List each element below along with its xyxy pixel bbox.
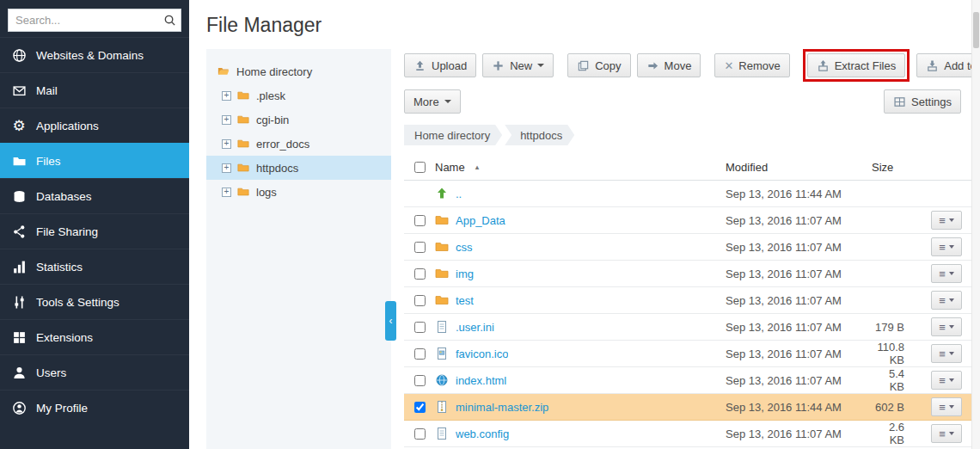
caret-down-icon <box>949 405 954 409</box>
sidebar-item-extensions[interactable]: Extensions <box>0 319 189 354</box>
table-row[interactable]: css Sep 13, 2016 11:07 AM ≡ <box>404 234 971 261</box>
add-to-archive-button[interactable]: Add to Archive <box>916 53 980 77</box>
table-row[interactable]: App_Data Sep 13, 2016 11:07 AM ≡ <box>404 207 971 234</box>
folder-link[interactable]: css <box>456 241 473 254</box>
row-checkbox[interactable] <box>414 322 426 333</box>
expand-plus-icon[interactable]: + <box>222 139 231 149</box>
row-checkbox[interactable] <box>414 402 426 413</box>
row-checkbox[interactable] <box>414 268 426 280</box>
table-row[interactable]: .user.ini Sep 13, 2016 11:07 AM 179 B ≡ <box>404 314 971 341</box>
sidebar-item-mail[interactable]: Mail <box>0 72 189 108</box>
parent-directory-link[interactable]: .. <box>456 188 462 200</box>
tree-item-home-directory[interactable]: Home directory <box>206 59 391 83</box>
row-checkbox[interactable] <box>414 215 426 226</box>
row-menu-button[interactable]: ≡ <box>931 211 962 230</box>
folder-link[interactable]: App_Data <box>456 214 505 227</box>
file-link[interactable]: web.config <box>456 427 509 440</box>
expand-plus-icon[interactable]: + <box>222 91 231 101</box>
sidebar-item-databases[interactable]: Databases <box>0 178 189 213</box>
scrollbar[interactable] <box>971 0 980 449</box>
column-header-name[interactable]: Name <box>435 161 465 174</box>
row-checkbox[interactable] <box>414 375 426 386</box>
table-row[interactable]: favicon.ico Sep 13, 2016 11:07 AM 110.8 … <box>404 341 971 367</box>
sidebar-item-statistics[interactable]: Statistics <box>0 249 189 284</box>
x-icon: ✕ <box>724 59 733 72</box>
folder-icon <box>236 89 250 101</box>
file-link[interactable]: .user.ini <box>456 321 494 334</box>
folder-icon <box>236 186 250 198</box>
row-checkbox[interactable] <box>414 428 426 440</box>
hamburger-icon: ≡ <box>939 268 946 280</box>
folder-link[interactable]: img <box>456 268 474 280</box>
row-menu-button[interactable]: ≡ <box>931 424 962 443</box>
table-row[interactable]: test Sep 13, 2016 11:07 AM ≡ <box>404 287 971 314</box>
expand-plus-icon[interactable]: + <box>222 188 231 197</box>
row-checkbox-cell <box>404 428 435 440</box>
move-button[interactable]: Move <box>637 53 701 77</box>
file-link[interactable]: minimal-master.zip <box>456 401 548 414</box>
column-header-modified[interactable]: Modified <box>726 161 872 174</box>
sidebar-item-label: Users <box>36 366 66 379</box>
row-menu-button[interactable]: ≡ <box>931 371 962 390</box>
upload-button[interactable]: Upload <box>404 53 476 77</box>
main-content: File Manager Home directory + .plesk + c… <box>189 0 980 449</box>
table-row-selected[interactable]: minimal-master.zip Sep 13, 2016 11:44 AM… <box>404 394 971 421</box>
hamburger-icon: ≡ <box>939 428 946 440</box>
breadcrumb-httpdocs[interactable]: httpdocs <box>505 125 574 145</box>
row-checkbox[interactable] <box>414 242 426 253</box>
sidebar-item-files[interactable]: Files <box>0 143 189 178</box>
tree-collapse-handle[interactable]: ‹ <box>385 301 396 341</box>
caret-down-icon <box>949 378 954 382</box>
sidebar-item-tools-settings[interactable]: Tools & Settings <box>0 284 189 319</box>
file-table: Name ▴ Modified Size .. <box>404 154 971 447</box>
caret-down-icon <box>949 245 954 249</box>
modified-text: Sep 13, 2016 11:07 AM <box>726 321 872 334</box>
sidebar-item-my-profile[interactable]: My Profile <box>0 390 189 425</box>
plesk-app: Websites & Domains Mail ⚙ Applications F… <box>0 0 980 449</box>
search-icon[interactable] <box>163 14 176 27</box>
modified-text: Sep 13, 2016 11:07 AM <box>726 241 872 254</box>
row-menu-button[interactable]: ≡ <box>931 317 962 336</box>
scrollbar-thumb[interactable] <box>973 12 979 48</box>
row-menu-button[interactable]: ≡ <box>931 291 962 310</box>
settings-button[interactable]: Settings <box>884 89 961 114</box>
table-row[interactable]: img Sep 13, 2016 11:07 AM ≡ <box>404 261 971 287</box>
breadcrumb-home-directory[interactable]: Home directory <box>404 125 502 145</box>
table-row[interactable]: .. Sep 13, 2016 11:44 AM <box>404 181 971 207</box>
row-menu-button[interactable]: ≡ <box>931 344 962 363</box>
folder-icon <box>236 138 250 150</box>
remove-button[interactable]: ✕ Remove <box>714 53 789 77</box>
tree-item-plesk[interactable]: + .plesk <box>206 83 391 108</box>
folder-icon <box>435 267 449 280</box>
column-header-size[interactable]: Size <box>872 161 922 174</box>
tree-item-httpdocs[interactable]: + httpdocs <box>206 156 391 180</box>
tree-item-cgi-bin[interactable]: + cgi-bin <box>206 108 391 132</box>
table-row[interactable]: web.config Sep 13, 2016 11:07 AM 2.6 KB … <box>404 421 971 447</box>
row-checkbox[interactable] <box>414 348 426 360</box>
sidebar-item-websites-domains[interactable]: Websites & Domains <box>0 37 189 72</box>
file-link[interactable]: index.html <box>456 374 506 387</box>
sidebar-item-label: Applications <box>36 120 99 132</box>
table-row[interactable]: index.html Sep 13, 2016 11:07 AM 5.4 KB … <box>404 367 971 394</box>
sidebar-item-file-sharing[interactable]: File Sharing <box>0 213 189 249</box>
tree-item-error-docs[interactable]: + error_docs <box>206 132 391 156</box>
bar-chart-icon <box>11 259 27 274</box>
folder-link[interactable]: test <box>456 294 474 307</box>
more-button[interactable]: More <box>404 89 461 114</box>
new-button[interactable]: New <box>482 53 554 77</box>
sidebar-item-users[interactable]: Users <box>0 354 189 390</box>
row-menu-button[interactable]: ≡ <box>931 237 962 256</box>
expand-plus-icon[interactable]: + <box>222 115 231 125</box>
select-all-checkbox[interactable] <box>414 162 426 173</box>
extract-files-button[interactable]: Extract Files <box>807 53 906 77</box>
file-link[interactable]: favicon.ico <box>456 348 508 360</box>
row-checkbox[interactable] <box>414 295 426 306</box>
row-menu-button[interactable]: ≡ <box>931 264 962 283</box>
search-input[interactable] <box>8 9 181 32</box>
copy-button[interactable]: Copy <box>567 53 630 77</box>
expand-plus-icon[interactable]: + <box>222 163 231 173</box>
row-menu-button[interactable]: ≡ <box>931 397 962 416</box>
modified-text: Sep 13, 2016 11:44 AM <box>726 188 872 200</box>
tree-item-logs[interactable]: + logs <box>206 180 391 204</box>
sidebar-item-applications[interactable]: ⚙ Applications <box>0 108 189 143</box>
